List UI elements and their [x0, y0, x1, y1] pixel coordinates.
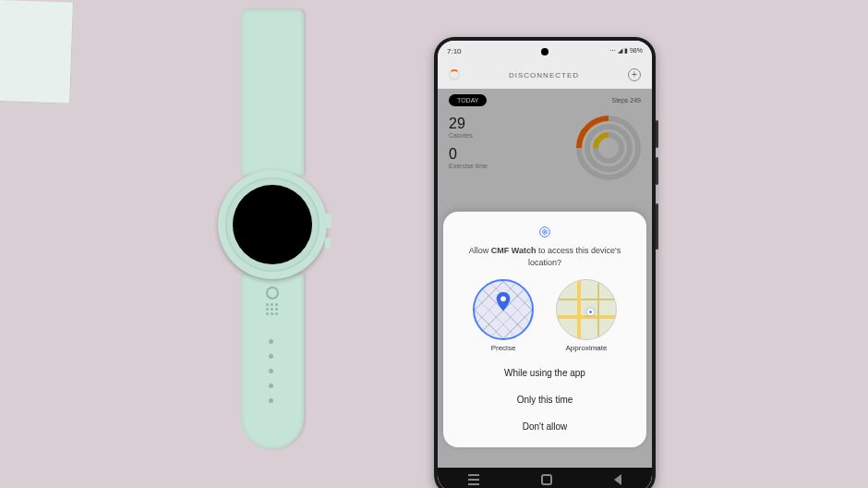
watch-crown — [324, 214, 332, 228]
precise-location-option[interactable]: Precise — [470, 279, 536, 352]
nav-home-button[interactable] — [541, 474, 552, 485]
approximate-label: Approximate — [553, 344, 620, 352]
phone-volume-up — [656, 120, 658, 148]
phone-power-button — [656, 203, 658, 250]
app-header: DISCONNECTED + — [438, 61, 652, 89]
permission-question: Allow CMF Watch to access this device's … — [454, 245, 635, 268]
watch-side-button — [325, 238, 331, 249]
perm-text-prefix: Allow — [469, 246, 491, 255]
perm-text-suffix: to access this device's location? — [528, 246, 621, 267]
add-button[interactable]: + — [628, 68, 641, 81]
watch-band-bottom — [241, 274, 304, 449]
phone-device: 7:10 ⋯ ◢ ▮ 98% DISCONNECTED + TODAY Step… — [434, 37, 656, 488]
loading-spinner-icon — [449, 69, 460, 80]
android-nav-bar — [438, 468, 652, 488]
nav-recents-button[interactable] — [468, 474, 479, 485]
svg-point-3 — [500, 296, 506, 301]
precise-map-icon — [473, 279, 534, 340]
phone-volume-down — [656, 157, 658, 185]
watch-screen — [233, 185, 312, 264]
status-icons: ⋯ ◢ ▮ 98% — [609, 47, 643, 55]
approximate-location-option[interactable]: Approximate — [553, 279, 620, 352]
product-box-corner — [0, 0, 74, 104]
watch-band-top — [241, 9, 304, 176]
watch-face — [218, 170, 327, 279]
status-time: 7:10 — [447, 47, 462, 55]
map-pin-icon — [495, 292, 512, 316]
dont-allow-button[interactable]: Don't allow — [454, 413, 635, 440]
front-camera — [541, 48, 549, 55]
permission-dialog: Allow CMF Watch to access this device's … — [443, 212, 646, 447]
allow-only-this-time-button[interactable]: Only this time — [454, 386, 635, 413]
nav-back-button[interactable] — [614, 474, 621, 485]
phone-screen: 7:10 ⋯ ◢ ▮ 98% DISCONNECTED + TODAY Step… — [438, 41, 652, 488]
band-logo-deco — [266, 287, 279, 315]
svg-point-2 — [544, 231, 546, 233]
location-icon — [537, 225, 552, 239]
precise-label: Precise — [470, 344, 536, 352]
band-holes — [269, 329, 276, 413]
allow-while-using-button[interactable]: While using the app — [454, 360, 635, 386]
smartwatch — [212, 9, 332, 453]
perm-app-name: CMF Watch — [491, 246, 536, 255]
approximate-map-icon — [556, 279, 617, 340]
connection-status-label: DISCONNECTED — [509, 71, 579, 79]
